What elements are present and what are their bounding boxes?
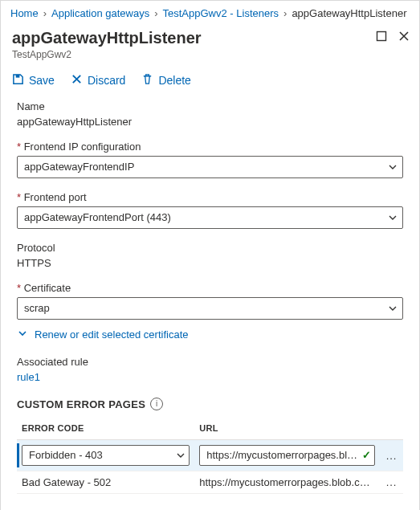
chevron-down-icon [17, 328, 28, 341]
check-icon: ✓ [362, 446, 371, 465]
custom-error-table: ERROR CODE URL Forbidden - 403 htt [17, 418, 403, 494]
svg-rect-0 [377, 32, 386, 41]
protocol-value: HTTPS [17, 257, 403, 269]
breadcrumb-current: appGatewayHttpListener [292, 7, 406, 19]
info-icon[interactable]: i [150, 398, 163, 410]
chevron-down-icon [388, 162, 398, 172]
save-button[interactable]: Save [12, 73, 55, 88]
breadcrumb-app-gateways[interactable]: Application gateways [51, 7, 149, 19]
close-icon[interactable] [398, 31, 410, 42]
discard-icon [71, 73, 83, 88]
name-value: appGatewayHttpListener [17, 116, 403, 128]
discard-label: Discard [88, 74, 125, 87]
frontend-ip-select[interactable]: appGatewayFrontendIP [17, 156, 403, 178]
name-label: Name [17, 100, 403, 112]
error-url-value: https://mycustomerrorpages.blob.core.win… [199, 476, 375, 488]
page-title: appGatewayHttpListener [12, 27, 376, 48]
row-actions-button[interactable]: ... [380, 440, 403, 471]
toolbar: Save Discard Delete [1, 63, 419, 97]
page-subtitle: TestAppGwv2 [12, 49, 376, 60]
breadcrumb-home[interactable]: Home [10, 7, 39, 19]
frontend-ip-value: appGatewayFrontendIP [24, 161, 134, 173]
save-icon [12, 73, 24, 88]
delete-button[interactable]: Delete [141, 73, 190, 88]
chevron-down-icon [176, 451, 186, 460]
error-code-value: Bad Gateway - 502 [22, 476, 111, 488]
chevron-right-icon: › [283, 7, 287, 19]
associated-rule-link[interactable]: rule1 [17, 371, 40, 383]
chevron-right-icon: › [154, 7, 157, 19]
row-actions-button[interactable]: ... [380, 471, 403, 494]
col-url: URL [194, 418, 380, 440]
custom-error-section-title: CUSTOM ERROR PAGES [17, 398, 145, 410]
col-error-code: ERROR CODE [17, 418, 194, 440]
chevron-right-icon: › [43, 7, 47, 19]
save-label: Save [29, 74, 55, 87]
delete-label: Delete [158, 74, 190, 87]
certificate-select[interactable]: scrap [17, 297, 403, 320]
associated-rule-label: Associated rule [17, 356, 403, 368]
error-code-select[interactable]: Forbidden - 403 [22, 445, 190, 466]
table-row[interactable]: Bad Gateway - 502 https://mycustomerrorp… [17, 471, 403, 494]
breadcrumb: Home › Application gateways › TestAppGwv… [1, 1, 419, 22]
table-row[interactable]: Forbidden - 403 https://mycustomerrorpag… [17, 440, 403, 471]
error-url-value: https://mycustomerrorpages.blob.core.w [206, 449, 375, 461]
svg-rect-1 [16, 75, 20, 78]
renew-certificate-link[interactable]: Renew or edit selected certificate [17, 328, 403, 341]
discard-button[interactable]: Discard [71, 73, 125, 88]
frontend-port-value: appGatewayFrontendPort (443) [24, 211, 171, 223]
error-url-input[interactable]: https://mycustomerrorpages.blob.core.w ✓ [199, 445, 375, 466]
breadcrumb-listeners[interactable]: TestAppGwv2 - Listeners [163, 7, 279, 19]
protocol-label: Protocol [17, 242, 403, 254]
trash-icon [141, 73, 153, 88]
frontend-ip-label: Frontend IP configuration [17, 141, 403, 153]
maximize-icon[interactable] [376, 31, 387, 42]
renew-certificate-label: Renew or edit selected certificate [35, 328, 188, 341]
error-code-value: Forbidden - 403 [29, 449, 103, 461]
frontend-port-select[interactable]: appGatewayFrontendPort (443) [17, 206, 403, 229]
frontend-port-label: Frontend port [17, 191, 403, 203]
chevron-down-icon [388, 304, 398, 313]
certificate-label: Certificate [17, 282, 403, 294]
chevron-down-icon [388, 213, 398, 222]
certificate-value: scrap [24, 302, 50, 314]
